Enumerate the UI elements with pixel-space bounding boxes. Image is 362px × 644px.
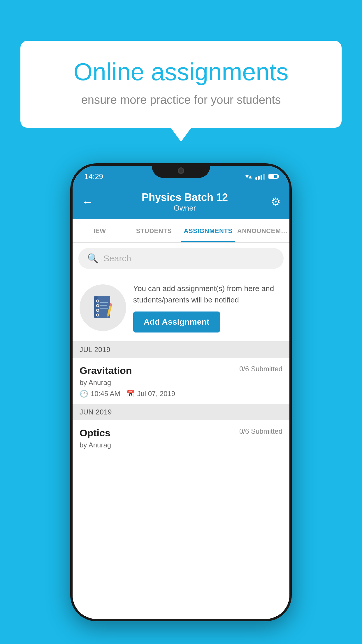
- assignment-author-optics: by Anurag: [80, 441, 282, 449]
- svg-rect-6: [100, 302, 108, 303]
- speech-bubble-title: Online assignments: [41, 58, 321, 85]
- phone-screen: 14:29 ▾▴ ← Physics Batc: [73, 166, 289, 619]
- tab-bar: IEW STUDENTS ASSIGNMENTS ANNOUNCEM…: [73, 219, 289, 243]
- assignment-details-gravitation: 🕐 10:45 AM 📅 Jul 07, 2019: [80, 390, 282, 398]
- status-time: 14:29: [84, 172, 103, 181]
- phone-frame: 14:29 ▾▴ ← Physics Batc: [70, 163, 292, 621]
- tab-assignments[interactable]: ASSIGNMENTS: [181, 219, 235, 242]
- signal-icon: [255, 173, 265, 180]
- promo-icon-circle: [80, 284, 126, 331]
- clock-icon: 🕐: [80, 390, 88, 398]
- search-icon: 🔍: [87, 253, 99, 264]
- settings-icon[interactable]: ⚙: [271, 195, 281, 208]
- tab-announcements[interactable]: ANNOUNCEM…: [235, 219, 289, 242]
- tab-iew[interactable]: IEW: [73, 219, 127, 242]
- tab-students[interactable]: STUDENTS: [127, 219, 181, 242]
- assignment-time: 10:45 AM: [91, 390, 120, 398]
- status-icons: ▾▴: [245, 173, 278, 180]
- content-area: 🔍 Search: [73, 243, 289, 619]
- promo-content: You can add assignment(s) from here and …: [133, 283, 282, 332]
- svg-rect-7: [100, 305, 107, 306]
- search-bar[interactable]: 🔍 Search: [78, 248, 284, 269]
- section-jun-2019: JUN 2019: [73, 404, 289, 420]
- date-detail: 📅 Jul 07, 2019: [126, 390, 175, 398]
- time-detail: 🕐 10:45 AM: [80, 390, 120, 398]
- section-jul-2019: JUL 2019: [73, 342, 289, 358]
- notebook-icon: [91, 295, 115, 321]
- header-title-area: Physics Batch 12 Owner: [99, 191, 271, 213]
- assignment-header: Gravitation 0/6 Submitted: [80, 365, 282, 376]
- submitted-badge-optics: 0/6 Submitted: [239, 427, 282, 435]
- svg-rect-8: [100, 308, 108, 309]
- phone-notch: [152, 163, 210, 178]
- speech-bubble-subtitle: ensure more practice for your students: [41, 92, 321, 107]
- app-header: ← Physics Batch 12 Owner ⚙: [73, 184, 289, 219]
- assignment-date: Jul 07, 2019: [137, 390, 175, 398]
- promo-description: You can add assignment(s) from here and …: [133, 283, 282, 306]
- assignment-gravitation[interactable]: Gravitation 0/6 Submitted by Anurag 🕐 10…: [73, 358, 289, 404]
- assignment-title-optics: Optics: [80, 427, 110, 439]
- speech-bubble: Online assignments ensure more practice …: [20, 41, 342, 128]
- calendar-icon: 📅: [126, 390, 135, 398]
- back-button[interactable]: ←: [81, 195, 93, 209]
- assignment-author-gravitation: by Anurag: [80, 379, 282, 387]
- promo-section: You can add assignment(s) from here and …: [73, 274, 289, 342]
- submitted-badge-gravitation: 0/6 Submitted: [239, 365, 282, 373]
- speech-bubble-area: Online assignments ensure more practice …: [20, 41, 342, 128]
- assignment-header-optics: Optics 0/6 Submitted: [80, 427, 282, 439]
- search-bar-container: 🔍 Search: [73, 243, 289, 274]
- front-camera: [178, 167, 184, 174]
- role-subtitle: Owner: [99, 204, 271, 213]
- assignment-title-gravitation: Gravitation: [80, 365, 132, 376]
- add-assignment-button[interactable]: Add Assignment: [133, 312, 220, 332]
- search-placeholder: Search: [103, 253, 131, 263]
- wifi-icon: ▾▴: [245, 173, 252, 180]
- batch-title: Physics Batch 12: [99, 191, 271, 204]
- assignment-optics[interactable]: Optics 0/6 Submitted by Anurag: [73, 420, 289, 458]
- battery-icon: [268, 174, 278, 179]
